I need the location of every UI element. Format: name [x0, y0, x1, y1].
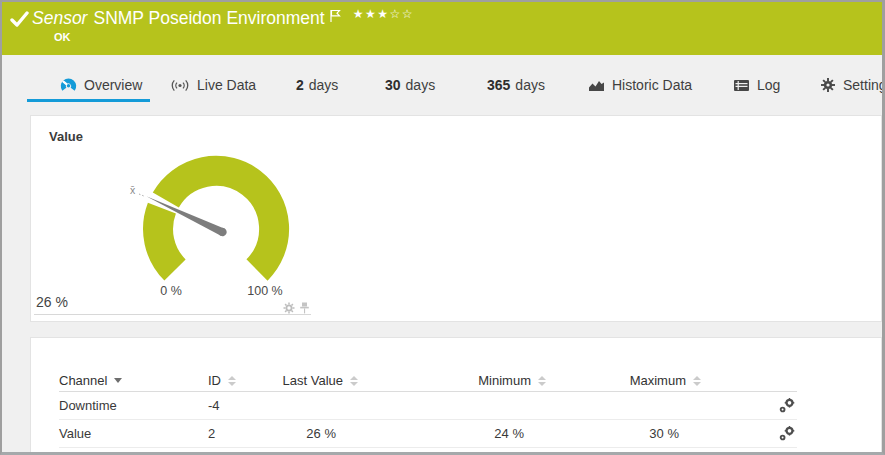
channel-maximum: 30 %: [546, 426, 701, 441]
tab-30-days[interactable]: 30 days: [385, 70, 435, 100]
sort-desc-icon: [114, 378, 122, 383]
tab-label: Log: [757, 77, 780, 93]
channel-table-panel: Channel ID Last Value Minimum Maximum: [30, 337, 882, 452]
tab-log[interactable]: Log: [733, 70, 780, 100]
priority-stars[interactable]: ★★★☆☆: [353, 7, 414, 21]
sensor-page: Sensor SNMP Poseidon Environment ★★★☆☆ O…: [2, 2, 882, 452]
gauge-icon: [60, 77, 77, 94]
broadcast-icon: [170, 78, 190, 93]
sensor-type-label: Sensor: [32, 6, 87, 30]
column-header-last-value[interactable]: Last Value: [295, 373, 358, 388]
column-label: Minimum: [478, 373, 531, 388]
tab-settings[interactable]: Settings: [820, 70, 882, 100]
gauge-mean-marker: x̄: [130, 184, 136, 196]
channel-settings-gears-icon[interactable]: [779, 426, 795, 441]
tab-bar: Overview Live Data 2 days 30 days 365 da…: [2, 55, 882, 115]
tab-2-days[interactable]: 2 days: [296, 70, 338, 100]
tab-label-strong: 2: [296, 77, 304, 93]
sort-icon: [228, 376, 236, 386]
sensor-title: Sensor SNMP Poseidon Environment ★★★☆☆: [32, 6, 414, 30]
channel-minimum: 24 %: [358, 426, 546, 441]
tab-label: Live Data: [197, 77, 256, 93]
tab-label: Historic Data: [612, 77, 692, 93]
table-row: Value 2 26 % 24 % 30 %: [59, 420, 797, 448]
log-list-icon: [733, 79, 750, 92]
gauge-arc-segment: [166, 171, 274, 270]
gauge-panel: Value x̄ 0 % 100 % 26 %: [30, 115, 882, 322]
column-label: Channel: [59, 373, 107, 388]
gauge-scale-min: 0 %: [160, 284, 182, 298]
gauge-widget-divider: [34, 314, 311, 315]
tab-label: Overview: [84, 77, 142, 93]
sort-icon: [538, 376, 546, 386]
channel-last-value: 26 %: [295, 426, 358, 441]
column-label: Last Value: [283, 373, 343, 388]
channel-name[interactable]: Value: [59, 426, 208, 441]
gear-icon: [820, 77, 836, 93]
table-header-row: Channel ID Last Value Minimum Maximum: [59, 370, 797, 392]
tab-label: Settings: [843, 77, 882, 93]
tab-365-days[interactable]: 365 days: [487, 70, 545, 100]
area-chart-icon: [588, 78, 605, 92]
column-header-channel[interactable]: Channel: [59, 373, 208, 388]
tab-label-strong: 30: [385, 77, 401, 93]
ok-check-icon: [10, 11, 29, 28]
table-row: Downtime -4: [59, 392, 797, 420]
sensor-name: SNMP Poseidon Environment: [93, 6, 324, 30]
channel-name[interactable]: Downtime: [59, 398, 208, 413]
channel-id: -4: [208, 398, 295, 413]
gauge-scale-max: 100 %: [247, 284, 282, 298]
active-tab-indicator: [27, 99, 150, 102]
tab-live-data[interactable]: Live Data: [170, 70, 256, 100]
channel-settings-gears-icon[interactable]: [779, 398, 795, 413]
status-badge: OK: [54, 31, 71, 43]
tab-historic-data[interactable]: Historic Data: [588, 70, 692, 100]
gauge-arc-segment: [158, 208, 175, 270]
tab-label: days: [515, 77, 545, 93]
column-label: ID: [208, 373, 221, 388]
sort-icon: [693, 376, 701, 386]
channel-id: 2: [208, 426, 295, 441]
channel-table: Channel ID Last Value Minimum Maximum: [59, 370, 797, 448]
column-label: Maximum: [630, 373, 686, 388]
column-header-maximum[interactable]: Maximum: [546, 373, 701, 388]
pin-icon[interactable]: [299, 302, 310, 314]
flag-icon[interactable]: [330, 9, 341, 23]
sensor-header: Sensor SNMP Poseidon Environment ★★★☆☆ O…: [2, 2, 882, 55]
tab-label-strong: 365: [487, 77, 510, 93]
value-gauge[interactable]: x̄ 0 % 100 %: [31, 116, 351, 316]
tab-label: days: [309, 77, 339, 93]
widget-settings-gear-icon[interactable]: [283, 302, 295, 314]
gauge-current-value: 26 %: [36, 294, 68, 310]
sort-icon: [350, 376, 358, 386]
column-header-minimum[interactable]: Minimum: [358, 373, 546, 388]
tab-label: days: [406, 77, 436, 93]
tab-overview[interactable]: Overview: [60, 70, 142, 100]
